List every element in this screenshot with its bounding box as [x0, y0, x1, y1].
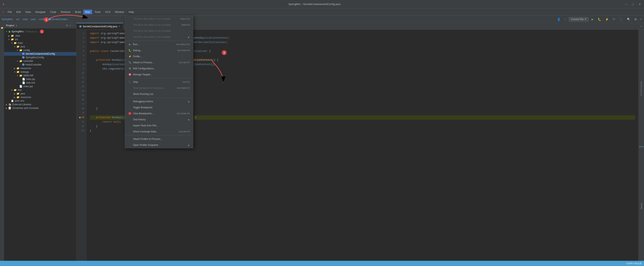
toolbar-search-btn[interactable]: 🔍	[626, 17, 632, 21]
tree-label-src: src	[15, 38, 18, 41]
line-num-12: 12	[76, 80, 86, 84]
menu-view[interactable]: View	[23, 10, 33, 14]
tree-item-ext-libs[interactable]: ▶ 📚 External Libraries	[4, 103, 76, 106]
toolbar-settings-btn[interactable]: ⚙	[633, 17, 638, 21]
breadcrumb-item-project[interactable]: SpringMvc	[2, 18, 13, 21]
close-button[interactable]: ✕	[638, 2, 642, 6]
tree-item-servlet-init[interactable]: ▶ 🅒 ServletContainersInitConfig	[4, 52, 76, 56]
tree-item-index-jsp[interactable]: ▶ 📄 index.jsp	[4, 85, 76, 88]
menu-build[interactable]: Build	[73, 10, 83, 14]
tree-item-hello-controller[interactable]: ▶ 🅒 HelloController	[4, 63, 76, 66]
run-menu-coverage[interactable]: Show Coverage Data... Ctrl+Alt+F6	[125, 129, 193, 134]
tree-item-web-xml[interactable]: ▶ 📄 web.xml	[4, 81, 76, 85]
run-menu-run[interactable]: ▶ Run... Alt+Shift+F10	[125, 41, 193, 47]
run-menu-test-history[interactable]: Test History	[125, 117, 193, 123]
tree-item-config[interactable]: ▼ 📁 config	[4, 48, 76, 52]
tree-item-hello-jsp[interactable]: ▶ 📄 hello.jsp	[4, 77, 76, 81]
open-profiler-label: Open Profiler Snapshot	[133, 144, 158, 146]
run-menu-attach[interactable]: 📎 Attach to Process... Ctrl+Alt+F5	[125, 59, 193, 65]
toggle-bp-label: Toggle Breakpoint	[133, 106, 152, 109]
activity-bar: 📁	[0, 23, 4, 266]
java-class-icon-hello: 🅒	[22, 63, 24, 66]
run-menu-running-list[interactable]: Show Running List	[125, 91, 193, 97]
run-menu-manage-targets[interactable]: 🎯 Manage Targets...	[125, 72, 193, 78]
tree-item-pom[interactable]: ▶ 📋 pom.xml	[4, 99, 76, 103]
breadcrumb-item-src[interactable]: src	[16, 18, 20, 21]
tree-item-main[interactable]: ▼ 📁 main	[4, 41, 76, 45]
code-indent-9	[90, 67, 102, 71]
tree-item-scratches[interactable]: ▶ 📝 Scratches and Consoles	[4, 106, 76, 110]
minimize-button[interactable]: ─	[624, 2, 628, 6]
breadcrumb-item-config[interactable]: config	[39, 18, 45, 21]
run-menu-view-bp[interactable]: 🔴 View Breakpoints... Ctrl+Shift+F8	[125, 111, 193, 117]
attach-label: Attach to Process...	[133, 61, 154, 64]
editor-tab-servlet[interactable]: 🅒 ServletContainersInitConfig.java ✕	[76, 23, 123, 29]
menu-run[interactable]: Run	[83, 10, 92, 14]
toolbar-coverage-btn[interactable]: 🛡	[612, 17, 617, 21]
menu-code[interactable]: Code	[48, 10, 58, 14]
menu-refactor[interactable]: Refactor	[59, 10, 73, 14]
run-menu-attach-profiler[interactable]: Attach Profiler to Process...	[125, 136, 193, 142]
code-8b: ();	[211, 62, 215, 67]
tree-item-java[interactable]: ▼ 📁 java	[4, 45, 76, 48]
run-menu-disabled-2: The file in the editor is not runnable S…	[125, 22, 193, 28]
tree-label-servlet: ServletContainersInitConfig	[26, 52, 55, 55]
breadcrumb-item-main[interactable]: main	[23, 18, 28, 21]
toolbar-debug-btn[interactable]: 🐛	[596, 17, 602, 21]
menu-window[interactable]: Window	[113, 10, 126, 14]
tree-item-idea[interactable]: ▶ 📁 .idea	[4, 34, 76, 38]
toolbar-profile-btn[interactable]: 👤	[556, 17, 562, 21]
breadcrumb-item-java[interactable]: java	[31, 18, 36, 21]
maven-panel[interactable]: Maven	[638, 148, 644, 264]
tree-item-resources[interactable]: ▶ 📁 resources	[4, 66, 76, 70]
toolbar-update-btn[interactable]: ↑	[563, 17, 567, 21]
run-menu-debug[interactable]: 🐛 Debug... Alt+Shift+F9	[125, 47, 193, 53]
kw-protected-7: protected	[96, 58, 112, 62]
kw-import-1: import	[90, 31, 101, 36]
run-menu-toggle-bp[interactable]: Toggle Breakpoint	[125, 105, 193, 111]
run-menu-profile[interactable]: ⚡ Profile...	[125, 53, 193, 59]
disabled-shortcut-2: Shift+F9	[182, 24, 190, 26]
profile-label: Profile...	[133, 55, 142, 58]
tree-item-springmvc-config[interactable]: ▶ 🅒 SpringMvcConfig	[4, 56, 76, 59]
menu-file[interactable]: File	[6, 10, 14, 14]
tab-close-icon[interactable]: ✕	[118, 25, 120, 28]
tree-item-src[interactable]: ▼ 📁 src	[4, 38, 76, 41]
run-menu-edit-config[interactable]: ⚙ Edit Configurations...	[125, 65, 193, 72]
menu-navigate[interactable]: Navigate	[33, 10, 48, 14]
run-menu-debugging[interactable]: Debugging Actions	[125, 99, 193, 105]
run-menu-stop[interactable]: ⬛ Stop Ctrl+F2	[125, 79, 193, 85]
tree-item-test[interactable]: ▼ 📁 test	[4, 88, 76, 92]
notifications-panel[interactable]: Notifications	[638, 29, 644, 146]
breadcrumb-item-class[interactable]: 🅒 ServletContain...	[48, 18, 70, 21]
line-num-5: 5	[76, 49, 86, 53]
toolbar-profile-run-btn[interactable]: ⚡	[604, 17, 610, 21]
menu-help[interactable]: Help	[126, 10, 136, 14]
toolbar-stop-btn[interactable]: ⬛	[618, 17, 624, 21]
tree-item-webinf[interactable]: ▼ 📁 WEB-INF	[4, 74, 76, 77]
line-numbers: 1 2 3 4 5 6 7 8 9 10 11 12 13 14 15 16 1…	[76, 30, 86, 266]
maximize-button[interactable]: □	[631, 2, 635, 6]
main-layout: 📁 Project ▼ ⚙ ≡ ⋯ ▼ ◼ SpringMvc D:\Maven…	[0, 23, 644, 266]
menu-edit[interactable]: Edit	[14, 10, 23, 14]
tree-item-springmvc-root[interactable]: ▼ ◼ SpringMvc D:\Maven-w... 1	[4, 29, 76, 34]
sidebar-settings-icon[interactable]: ⋯	[72, 24, 74, 27]
scratches-icon: 📝	[8, 107, 12, 110]
current-file-dropdown[interactable]: Current File ▼	[569, 17, 589, 21]
menu-tools[interactable]: Tools	[92, 10, 103, 14]
run-menu-open-profiler[interactable]: Open Profiler Snapshot	[125, 142, 193, 148]
tree-item-controller[interactable]: ▼ 📁 controller	[4, 59, 76, 63]
line-num-1: 1	[76, 31, 86, 36]
toolbar-run-btn[interactable]: ▶	[590, 17, 595, 21]
folder-icon-webapp: 📁	[16, 71, 20, 73]
tree-item-test-resources[interactable]: ▶ 📁 resources	[4, 95, 76, 99]
run-menu-attach-left: 📎 Attach to Process...	[128, 61, 177, 64]
tree-item-webapp[interactable]: ▼ 📁 webapp	[4, 70, 76, 74]
menu-vcs[interactable]: VCS	[103, 10, 112, 14]
sidebar-collapse-icon[interactable]: ≡	[69, 24, 71, 27]
activity-project-icon[interactable]: 📁	[0, 24, 4, 32]
sep-2	[125, 78, 193, 78]
run-menu-import-tests[interactable]: Import Tests from File...	[125, 123, 193, 129]
sidebar-gear-icon[interactable]: ⚙	[66, 24, 68, 27]
tree-item-test-java[interactable]: ▶ 📁 java	[4, 92, 76, 95]
